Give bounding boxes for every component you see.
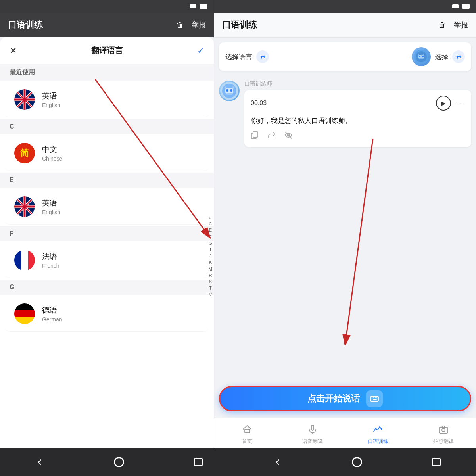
battery-icon-right	[462, 4, 470, 9]
svg-rect-38	[253, 132, 258, 137]
app-header-left: 口语训练 🗑 举报	[0, 13, 214, 37]
start-speaking-button[interactable]: 点击开始说话	[219, 386, 471, 411]
flag-cn-icon: 简	[14, 143, 35, 163]
more-button[interactable]: ···	[456, 99, 465, 108]
language-selector-bar[interactable]: 选择语言 ⇄	[219, 42, 471, 71]
header-actions-right: 🗑 举报	[439, 20, 468, 30]
play-button[interactable]: ▶	[436, 96, 451, 111]
alpha-f[interactable]: F	[209, 234, 212, 240]
chat-message: 口语训练师 00:03 ▶ ··· 你好，我是您的私人口语训练师。	[219, 81, 471, 147]
alpha-i[interactable]: I	[210, 247, 211, 252]
lang-sub: French	[42, 263, 60, 269]
keyboard-icon	[366, 390, 383, 407]
alpha-m[interactable]: M	[209, 267, 212, 272]
list-item[interactable]: 德语 German	[5, 296, 209, 332]
select-label: 选择	[435, 52, 448, 61]
sheet-content: 最近使用	[0, 64, 214, 448]
list-item[interactable]: 英语 English	[5, 82, 209, 117]
alphabet-index[interactable]: # C E F G I J K M R S T V	[209, 215, 212, 297]
lang-text-german: 德语 German	[42, 305, 62, 322]
lang-text-chinese: 中文 Chinese	[42, 144, 62, 162]
lang-name: 法语	[42, 251, 60, 262]
back-button-left[interactable]	[33, 455, 47, 469]
audio-timestamp: 00:03	[251, 100, 267, 107]
section-g: G	[0, 280, 214, 295]
list-item[interactable]: 英语 English	[5, 189, 209, 225]
svg-point-55	[442, 428, 445, 432]
alpha-k[interactable]: K	[209, 260, 212, 265]
recent-button-left[interactable]	[191, 455, 205, 469]
lang-sub: Chinese	[42, 155, 62, 162]
list-item[interactable]: 简 中文 Chinese	[5, 136, 209, 171]
lang-text-english-recent: 英语 English	[42, 91, 60, 108]
share-icon[interactable]	[267, 131, 276, 142]
list-item[interactable]: 法语 French	[5, 243, 209, 278]
alpha-hash[interactable]: #	[209, 215, 211, 220]
speaking-icon	[371, 422, 385, 436]
nav-item-voice[interactable]: 语音翻译	[280, 422, 345, 445]
nav-item-speaking[interactable]: 口语训练	[345, 422, 411, 445]
robot-face-icon	[414, 50, 428, 64]
lang-text-english-e: 英语 English	[42, 198, 60, 215]
lang-name: 中文	[42, 144, 62, 155]
swap-icon-left[interactable]: ⇄	[256, 50, 269, 63]
hide-icon[interactable]	[284, 131, 293, 142]
recent-button-right[interactable]	[429, 455, 443, 469]
audio-row: 00:03 ▶ ···	[251, 96, 465, 111]
flag-uk-icon-2	[14, 196, 35, 217]
svg-rect-36	[226, 93, 232, 95]
alpha-t[interactable]: T	[209, 286, 212, 291]
app-header-right: 口语训练 🗑 举报	[214, 13, 476, 38]
section-c: C	[0, 119, 214, 134]
lang-select-right: 选择 ⇄	[412, 47, 465, 66]
swap-icon-right[interactable]: ⇄	[452, 50, 465, 63]
svg-rect-27	[423, 54, 424, 56]
lang-sub: English	[42, 102, 60, 108]
alpha-v[interactable]: V	[209, 292, 212, 298]
phone-left: 口语训练 🗑 举报 ✕ 翻译语言 ✓ 最近使用	[0, 0, 214, 448]
home-button-right[interactable]	[350, 455, 364, 469]
copy-icon[interactable]	[251, 131, 259, 142]
status-bar-right	[214, 0, 476, 13]
confirm-button[interactable]: ✓	[197, 46, 204, 56]
back-button-right[interactable]	[271, 455, 285, 469]
nav-item-photo[interactable]: 拍照翻译	[411, 422, 476, 445]
alpha-g[interactable]: G	[209, 241, 212, 246]
alpha-j[interactable]: J	[209, 253, 212, 259]
report-button-left[interactable]: 举报	[192, 20, 206, 30]
svg-point-25	[422, 56, 424, 57]
robot-avatar-chat	[219, 81, 240, 101]
home-button-left[interactable]	[112, 455, 126, 469]
alpha-e[interactable]: E	[209, 228, 212, 233]
svg-point-24	[419, 56, 420, 57]
sys-nav-left	[0, 455, 238, 469]
alpha-c[interactable]: C	[209, 221, 212, 226]
lang-placeholder: 选择语言	[225, 52, 252, 61]
nav-label-speaking: 口语训练	[368, 438, 388, 445]
trash-button-left[interactable]: 🗑	[177, 21, 184, 29]
section-e: E	[0, 173, 214, 188]
svg-point-33	[230, 89, 232, 92]
alpha-r[interactable]: R	[209, 273, 212, 278]
language-sheet: ✕ 翻译语言 ✓ 最近使用	[0, 37, 214, 448]
bottom-navigation: 首页 语音翻译 口语训	[214, 418, 476, 448]
wifi-icon	[190, 4, 196, 8]
trash-button-right[interactable]: 🗑	[439, 21, 446, 29]
report-button-right[interactable]: 举报	[454, 20, 468, 30]
flag-uk-icon	[14, 89, 35, 110]
svg-rect-42	[370, 396, 378, 401]
sheet-title: 翻译语言	[91, 45, 123, 56]
close-button[interactable]: ✕	[10, 46, 17, 56]
battery-icon	[200, 4, 207, 9]
svg-point-32	[226, 89, 228, 92]
nav-label-home: 首页	[242, 438, 252, 445]
bubble-sender: 口语训练师	[244, 81, 471, 88]
alpha-s[interactable]: S	[209, 279, 212, 284]
wifi-icon-right	[452, 4, 459, 8]
svg-point-53	[381, 428, 382, 430]
app-title-left: 口语训练	[8, 19, 43, 31]
section-recent: 最近使用	[0, 64, 214, 81]
lang-text-french: 法语 French	[42, 251, 60, 269]
nav-item-home[interactable]: 首页	[214, 422, 280, 445]
lang-select-left: 选择语言 ⇄	[225, 50, 269, 63]
